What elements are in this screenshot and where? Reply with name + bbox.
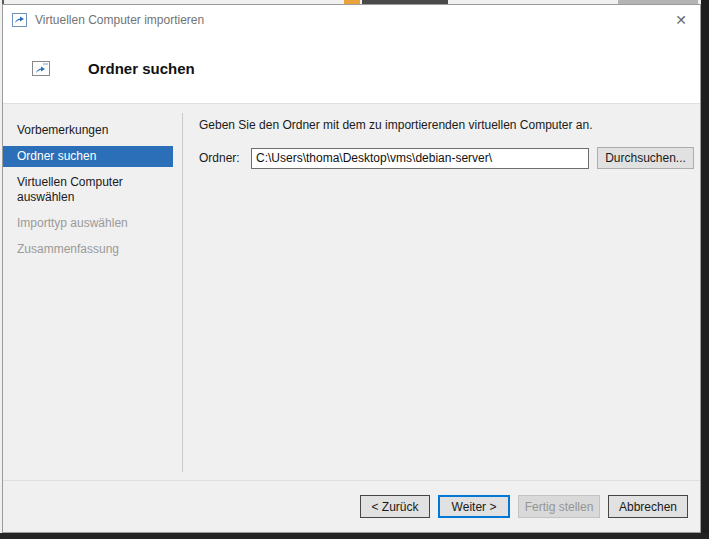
close-button[interactable]: ✕	[664, 5, 698, 34]
folder-label: Ordner:	[199, 151, 251, 165]
sidebar-item-ordner-suchen[interactable]: Ordner suchen	[3, 146, 173, 167]
page-content: Geben Sie den Ordner mit dem zu importie…	[183, 104, 700, 480]
close-icon: ✕	[675, 12, 687, 28]
folder-path-input[interactable]	[251, 148, 589, 169]
wizard-body: Vorbemerkungen Ordner suchen Virtuellen …	[3, 104, 700, 480]
instruction-text: Geben Sie den Ordner mit dem zu importie…	[199, 118, 694, 132]
browse-button[interactable]: Durchsuchen...	[597, 147, 694, 169]
titlebar[interactable]: Virtuellen Computer importieren ✕	[3, 5, 700, 34]
sidebar-item-vorbemerkungen[interactable]: Vorbemerkungen	[3, 120, 173, 141]
background-dark-strip-right	[701, 0, 709, 539]
next-button[interactable]: Weiter >	[438, 495, 510, 518]
wizard-page-icon	[32, 61, 50, 76]
sidebar-item-importtyp: Importtyp auswählen	[3, 213, 173, 234]
import-vm-wizard-dialog: Virtuellen Computer importieren ✕ Ordner…	[2, 4, 701, 533]
wizard-steps-sidebar: Vorbemerkungen Ordner suchen Virtuellen …	[3, 104, 182, 480]
wizard-page-icon-arrow	[33, 63, 49, 76]
folder-row: Ordner: Durchsuchen...	[199, 147, 694, 169]
page-title: Ordner suchen	[88, 60, 195, 77]
sidebar-item-vm-auswaehlen[interactable]: Virtuellen Computer auswählen	[3, 172, 173, 208]
window-title: Virtuellen Computer importieren	[35, 13, 204, 27]
import-arrow-icon	[12, 13, 27, 27]
back-button[interactable]: < Zurück	[360, 495, 430, 518]
cancel-button[interactable]: Abbrechen	[608, 495, 688, 518]
sidebar-item-zusammenfassung: Zusammenfassung	[3, 239, 173, 260]
wizard-footer: < Zurück Weiter > Fertig stellen Abbrech…	[3, 480, 700, 532]
wizard-header: Ordner suchen	[3, 34, 700, 104]
background-dark-strip-bottom	[0, 533, 709, 539]
finish-button: Fertig stellen	[518, 495, 600, 518]
